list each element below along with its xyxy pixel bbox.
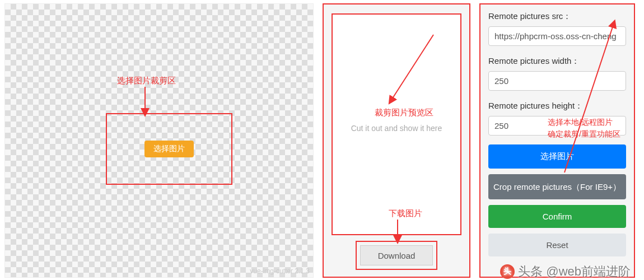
watermark-text: 头条 @web前端进阶 [518, 263, 631, 280]
preview-box: 裁剪图片预览区 Cut it out and show it here 下载图片 [332, 13, 461, 235]
control-panel: Remote pictures src： Remote pictures wid… [479, 3, 635, 278]
cutter-panel: 选择图片裁剪区 选择图片 vue-img-cutter 2.1.3 [4, 3, 314, 278]
download-button[interactable]: Download [360, 245, 433, 265]
reset-button[interactable]: Reset [488, 234, 626, 256]
height-label: Remote pictures height： [488, 101, 626, 111]
confirm-button[interactable]: Confirm [488, 205, 626, 228]
watermark-logo-icon: 头 [500, 264, 515, 279]
select-image-button[interactable]: 选择图片 [144, 141, 194, 157]
preview-hint-text: Cut it out and show it here [351, 124, 442, 133]
watermark: 头 头条 @web前端进阶 [500, 263, 631, 280]
width-input[interactable] [488, 71, 626, 91]
version-label: vue-img-cutter 2.1.3 [250, 267, 310, 275]
annotation-preview: 裁剪图片预览区 [375, 108, 433, 118]
preview-panel: 裁剪图片预览区 Cut it out and show it here 下载图片… [323, 3, 470, 278]
annotation-cutter: 选择图片裁剪区 [117, 76, 176, 86]
annotation-download: 下载图片 [389, 208, 422, 219]
svg-line-1 [391, 35, 433, 101]
width-label: Remote pictures width： [488, 56, 626, 67]
height-input[interactable] [488, 116, 626, 136]
src-input[interactable] [488, 26, 626, 46]
src-label: Remote pictures src： [488, 11, 626, 22]
select-image-button-right[interactable]: 选择图片 [488, 144, 626, 169]
crop-selection-box[interactable]: 选择图片 [106, 113, 232, 185]
crop-remote-button[interactable]: Crop remote pictures（For IE9+） [488, 174, 626, 199]
